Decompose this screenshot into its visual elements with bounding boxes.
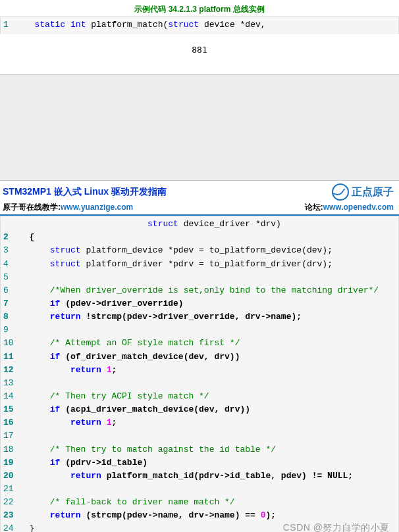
brand: 正点原子 xyxy=(332,183,394,201)
code-line: 13 xyxy=(1,377,398,390)
line-number: 16 xyxy=(1,416,19,429)
line-number: 11 xyxy=(1,351,19,364)
line-number: 9 xyxy=(1,324,19,337)
code-text: return 1; xyxy=(19,364,398,377)
line-number: 24 xyxy=(1,522,19,532)
page-break-gap xyxy=(0,74,399,181)
line-number: 17 xyxy=(1,429,19,443)
code-line: 16 return 1; xyxy=(1,416,398,429)
code-text: /* Attempt an OF style match first */ xyxy=(19,337,398,350)
line-number: 7 xyxy=(1,297,19,310)
code-text: /* Then try ACPI style match */ xyxy=(19,390,398,403)
code-line: 21 xyxy=(1,483,398,496)
line-number: 20 xyxy=(1,470,19,483)
code-line: 6 /*When driver_override is set,only bin… xyxy=(1,284,398,297)
code-text: if (pdrv->id_table) xyxy=(19,456,398,470)
code-text: return platform_match_id(pdrv->id_table,… xyxy=(19,470,398,483)
code-line: 20 return platform_match_id(pdrv->id_tab… xyxy=(1,470,398,483)
code-line: 18 /* Then try to match against the id t… xyxy=(1,443,398,456)
code-line: 22 /* fall-back to driver name match */ xyxy=(1,496,398,509)
line-number: 4 xyxy=(1,258,19,271)
code-text: if (pdev->driver_override) xyxy=(19,297,398,310)
code-block-top: 1 static int platform_match(struct devic… xyxy=(0,16,399,34)
code-text: /* fall-back to driver name match */ xyxy=(19,496,398,509)
code-line: 4 struct platform_driver *pdrv = to_plat… xyxy=(1,258,398,271)
line-number: 3 xyxy=(1,244,19,257)
code-line: 23 return (strcmp(pdev->name, drv->name)… xyxy=(1,509,398,522)
code-caption: 示例代码 34.2.1.3 platform 总线实例 xyxy=(0,0,399,16)
code-text xyxy=(19,377,398,390)
subheader-left-label: 原子哥在线教学: xyxy=(3,203,61,212)
line-number: 21 xyxy=(1,483,19,496)
subheader-right-url: www.openedv.com xyxy=(323,203,394,212)
subheader-left: 原子哥在线教学:www.yuanzige.com xyxy=(3,202,133,213)
line-number: 14 xyxy=(1,390,19,403)
line-number: 1 xyxy=(1,18,19,32)
code-text: /* Then try to match against the id tabl… xyxy=(19,443,398,456)
subheader-left-url: www.yuanzige.com xyxy=(61,203,133,212)
brand-logo-icon xyxy=(332,183,349,201)
code-text: } xyxy=(19,522,398,532)
code-text: struct device_driver *drv) xyxy=(19,218,398,231)
line-number: 5 xyxy=(1,271,19,284)
line-number: 12 xyxy=(1,364,19,377)
page-subheader: 原子哥在线教学:www.yuanzige.com 论坛:www.openedv.… xyxy=(0,201,399,216)
line-number: 6 xyxy=(1,284,19,297)
code-text xyxy=(19,271,398,284)
code-line: 5 xyxy=(1,271,398,284)
code-line: 15 if (acpi_driver_match_device(dev, drv… xyxy=(1,403,398,416)
doc-title: STM32MP1 嵌入式 Linux 驱动开发指南 xyxy=(3,186,167,198)
code-line: 3 struct platform_device *pdev = to_plat… xyxy=(1,244,398,257)
code-text xyxy=(19,429,398,443)
code-text: { xyxy=(19,231,398,244)
line-number: 22 xyxy=(1,496,19,509)
subheader-right: 论坛:www.openedv.com xyxy=(305,202,394,213)
code-text xyxy=(19,483,398,496)
code-line: 24 } xyxy=(1,522,398,532)
subheader-right-label: 论坛: xyxy=(305,203,323,212)
code-text: /*When driver_override is set,only bind … xyxy=(19,284,398,297)
code-line: 14 /* Then try ACPI style match */ xyxy=(1,390,398,403)
line-number: 15 xyxy=(1,403,19,416)
code-text: return (strcmp(pdev->name, drv->name) ==… xyxy=(19,509,398,522)
line-number: 10 xyxy=(1,337,19,350)
code-line: 9 xyxy=(1,324,398,337)
code-text: return 1; xyxy=(19,416,398,429)
line-number: 2 xyxy=(1,231,19,244)
code-text xyxy=(19,324,398,337)
brand-text: 正点原子 xyxy=(352,185,394,199)
line-number: 8 xyxy=(1,310,19,324)
code-line: 10 /* Attempt an OF style match first */ xyxy=(1,337,398,350)
line-number: 13 xyxy=(1,377,19,390)
line-number xyxy=(1,218,19,231)
code-text: return !strcmp(pdev->driver_override, dr… xyxy=(19,310,398,324)
code-block-main: struct device_driver *drv)2 {3 struct pl… xyxy=(0,216,399,532)
code-text: if (of_driver_match_device(dev, drv)) xyxy=(19,351,398,364)
code-line: 19 if (pdrv->id_table) xyxy=(1,456,398,470)
page-header: STM32MP1 嵌入式 Linux 驱动开发指南 正点原子 xyxy=(0,181,399,201)
code-line: 12 return 1; xyxy=(1,364,398,377)
code-line: 7 if (pdev->driver_override) xyxy=(1,297,398,310)
line-number: 23 xyxy=(1,509,19,522)
code-line: 8 return !strcmp(pdev->driver_override, … xyxy=(1,310,398,324)
code-line: struct device_driver *drv) xyxy=(1,218,398,231)
code-line: 17 xyxy=(1,429,398,443)
code-line: 1 static int platform_match(struct devic… xyxy=(1,18,398,32)
line-number: 18 xyxy=(1,443,19,456)
code-line: 2 { xyxy=(1,231,398,244)
line-number: 19 xyxy=(1,456,19,470)
code-line: 11 if (of_driver_match_device(dev, drv)) xyxy=(1,351,398,364)
code-text: static int platform_match(struct device … xyxy=(19,18,398,32)
code-text: if (acpi_driver_match_device(dev, drv)) xyxy=(19,403,398,416)
code-text: struct platform_driver *pdrv = to_platfo… xyxy=(19,258,398,271)
code-text: struct platform_device *pdev = to_platfo… xyxy=(19,244,398,257)
